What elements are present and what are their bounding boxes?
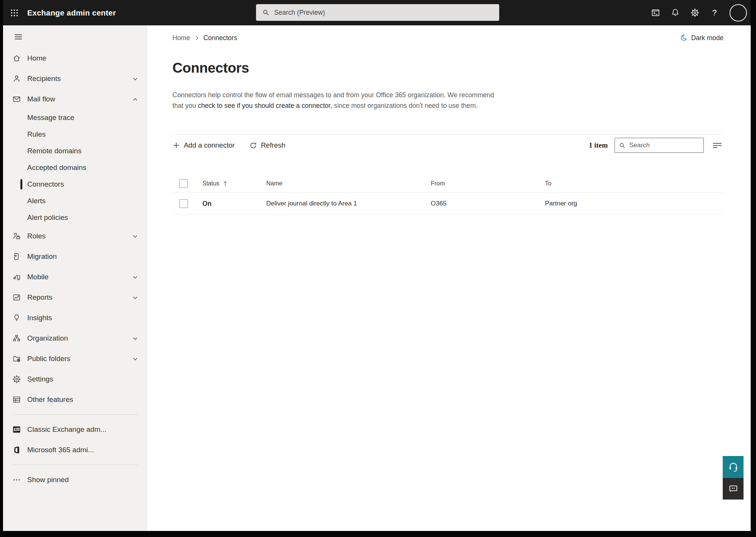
org-chart-icon xyxy=(12,334,21,342)
cloud-shell-button[interactable] xyxy=(647,5,664,21)
sidebar-item-label: Alert policies xyxy=(27,213,68,222)
sidebar-item-label: Show pinned xyxy=(27,476,69,484)
chevron-down-icon xyxy=(132,274,138,280)
sidebar-item-label: Insights xyxy=(27,314,52,322)
sidebar-item-accepted-domains[interactable]: Accepted domains xyxy=(3,159,147,176)
sidebar-item-settings[interactable]: Settings xyxy=(3,369,147,389)
collapse-nav-button[interactable] xyxy=(12,31,24,42)
breadcrumb-chevron-icon xyxy=(194,36,199,40)
column-header-name[interactable]: Name xyxy=(266,180,283,187)
sidebar-item-reports[interactable]: Reports xyxy=(3,287,147,308)
sidebar-item-label: Mail flow xyxy=(27,95,55,103)
item-count: 1 item xyxy=(589,141,608,149)
global-search-box[interactable] xyxy=(256,4,499,21)
app-launcher-button[interactable] xyxy=(6,5,23,21)
connector-from: O365 xyxy=(431,200,447,207)
sidebar-item-microsoft-365[interactable]: Microsoft 365 admi... xyxy=(3,440,147,460)
sidebar-item-roles[interactable]: Roles xyxy=(3,226,147,246)
moon-icon xyxy=(679,34,688,42)
sidebar-item-label: Classic Exchange adm... xyxy=(27,425,106,434)
sidebar-item-rules[interactable]: Rules xyxy=(3,126,147,143)
column-header-to[interactable]: To xyxy=(545,180,551,187)
sidebar-item-label: Connectors xyxy=(27,180,64,188)
global-search-input[interactable] xyxy=(274,9,499,17)
settings-button[interactable] xyxy=(686,5,703,21)
gear-icon xyxy=(691,8,699,17)
breadcrumb-home-link[interactable]: Home xyxy=(172,34,190,42)
sidebar-item-label: Rules xyxy=(27,130,46,139)
row-checkbox[interactable] xyxy=(179,199,188,208)
sidebar-item-migration[interactable]: Migration xyxy=(3,246,147,267)
table-divider xyxy=(172,215,723,215)
sidebar-item-remote-domains[interactable]: Remote domains xyxy=(3,143,147,159)
main-content: Home Connectors Dark mode Connectors xyxy=(147,25,751,531)
app-title: Exchange admin center xyxy=(27,8,116,17)
sidebar-item-classic-exchange[interactable]: E Classic Exchange adm... xyxy=(3,419,147,440)
description-text: since most organizations don't need to u… xyxy=(332,102,478,109)
support-button[interactable] xyxy=(723,456,744,478)
sidebar-item-connectors[interactable]: Connectors xyxy=(3,176,147,193)
sidebar-item-message-trace[interactable]: Message trace xyxy=(3,109,147,126)
sidebar-item-label: Alerts xyxy=(27,197,46,205)
chevron-down-icon xyxy=(132,356,138,362)
sidebar-item-label: Organization xyxy=(27,334,68,342)
sidebar-item-label: Message trace xyxy=(27,114,75,122)
sidebar-item-alerts[interactable]: Alerts xyxy=(3,193,147,209)
help-button[interactable]: ? xyxy=(706,5,723,21)
folder-globe-icon xyxy=(12,355,21,363)
view-options-button[interactable] xyxy=(711,139,723,152)
sidebar-item-other-features[interactable]: Other features xyxy=(3,389,147,410)
chevron-down-icon xyxy=(132,294,138,301)
sidebar-item-show-pinned[interactable]: Show pinned xyxy=(3,470,147,490)
line-chart-icon xyxy=(12,293,21,302)
help-icon: ? xyxy=(712,8,717,18)
column-header-from[interactable]: From xyxy=(431,180,445,187)
description-link[interactable]: check to see if you should create a conn… xyxy=(198,102,332,109)
select-all-checkbox[interactable] xyxy=(179,179,188,188)
hamburger-icon xyxy=(14,32,23,42)
dark-mode-toggle[interactable]: Dark mode xyxy=(679,34,723,42)
sidebar-item-mail-flow[interactable]: Mail flow xyxy=(3,89,147,109)
sidebar-item-mobile[interactable]: Mobile xyxy=(3,267,147,287)
terminal-icon xyxy=(651,8,660,17)
table-row[interactable]: On Deliver journal directly to Area 1 O3… xyxy=(172,193,723,215)
sidebar-item-insights[interactable]: Insights xyxy=(3,308,147,328)
list-search-input[interactable] xyxy=(629,142,700,149)
account-avatar[interactable] xyxy=(730,4,747,22)
sidebar-item-public-folders[interactable]: Public folders xyxy=(3,349,147,369)
table-grid-icon xyxy=(12,395,21,404)
sidebar-item-recipients[interactable]: Recipients xyxy=(3,68,147,89)
connector-name[interactable]: Deliver journal directly to Area 1 xyxy=(266,200,357,207)
refresh-button[interactable]: Refresh xyxy=(249,141,286,149)
document-arrow-icon xyxy=(12,252,21,261)
connectors-table: Status Name From To On Deliver journal d… xyxy=(172,175,723,215)
classic-exchange-logo-icon: E xyxy=(12,425,21,434)
sort-ascending-icon xyxy=(223,181,228,187)
list-search-box[interactable] xyxy=(615,138,704,153)
person-badge-icon xyxy=(12,232,21,240)
waffle-icon xyxy=(10,8,19,17)
connector-status: On xyxy=(202,200,211,208)
bell-icon xyxy=(671,8,680,17)
nav-list: Home Recipients xyxy=(3,48,147,490)
notifications-button[interactable] xyxy=(667,5,683,21)
ellipsis-icon xyxy=(12,476,21,484)
page-description: Connectors help control the flow of emai… xyxy=(172,90,495,111)
top-app-bar: Exchange admin center xyxy=(3,0,751,25)
column-header-status[interactable]: Status xyxy=(202,180,219,187)
mail-icon xyxy=(12,95,21,103)
sidebar-item-alert-policies[interactable]: Alert policies xyxy=(3,209,147,226)
feedback-button[interactable] xyxy=(723,478,744,500)
plus-icon xyxy=(172,142,180,149)
sidebar-item-label: Migration xyxy=(27,252,57,261)
sidebar-item-label: Mobile xyxy=(27,273,48,281)
lightbulb-icon xyxy=(12,314,21,322)
sidebar-item-home[interactable]: Home xyxy=(3,48,147,68)
add-connector-button[interactable]: Add a connector xyxy=(172,141,235,149)
home-icon xyxy=(12,54,21,62)
sidebar-item-label: Remote domains xyxy=(27,147,82,155)
sidebar-item-label: Public folders xyxy=(27,355,70,363)
topbar-actions: ? xyxy=(647,4,747,22)
sidebar-item-organization[interactable]: Organization xyxy=(3,328,147,349)
chevron-down-icon xyxy=(132,76,138,82)
